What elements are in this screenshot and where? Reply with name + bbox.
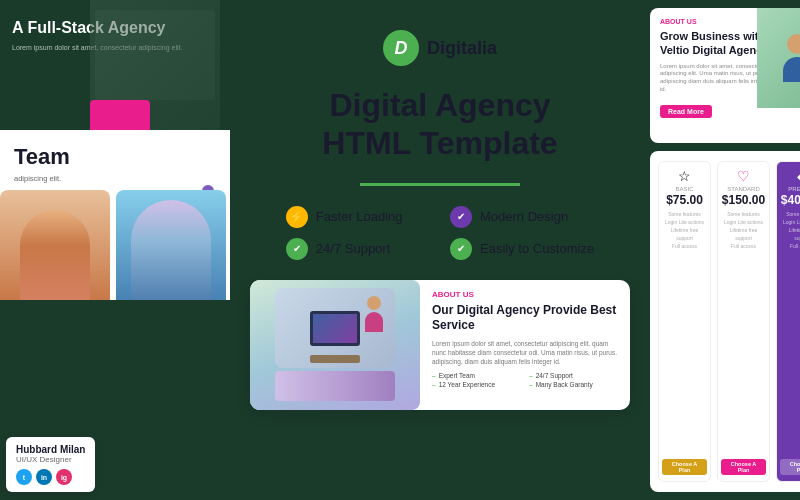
pricing-plans: ☆ Basic $75.00 Some featuresLogin Lite a… bbox=[658, 161, 800, 482]
about-features-list: Expert Team 24/7 Support 12 Year Experie… bbox=[432, 372, 618, 388]
center-column: D Digitalia Digital Agency HTML Template… bbox=[230, 0, 650, 500]
person-detail-card: Hubbard Milan UI/UX Designer t in ig bbox=[6, 437, 95, 492]
hero-title-line2: HTML Template bbox=[322, 124, 557, 162]
team-photos bbox=[0, 190, 226, 300]
plan-standard-type: Standard bbox=[727, 186, 760, 192]
about-card-content: About Us Our Digital Agency Provide Best… bbox=[420, 280, 630, 410]
plan-basic-price: $75.00 bbox=[666, 193, 703, 207]
twitter-icon[interactable]: t bbox=[16, 469, 32, 485]
main-container: A Full-Stack Agency Lorem ipsum dolor si… bbox=[0, 0, 800, 500]
plan-premium-price: $400.00 bbox=[781, 193, 800, 207]
about-card: About Us Our Digital Agency Provide Best… bbox=[250, 280, 630, 410]
plan-standard-price: $150.00 bbox=[722, 193, 765, 207]
person-role: UI/UX Designer bbox=[16, 455, 85, 464]
logo-text: Digitalia bbox=[427, 38, 497, 59]
team-text: adipiscing elit. bbox=[14, 174, 216, 183]
feature-customize: ✔ Easily to Customize bbox=[450, 238, 594, 260]
feature-support: ✔ 24/7 Support bbox=[286, 238, 430, 260]
linkedin-icon[interactable]: in bbox=[36, 469, 52, 485]
plan-standard-icon: ♡ bbox=[737, 168, 750, 184]
plan-standard-cta[interactable]: Choose A Plan bbox=[721, 459, 766, 475]
right-column: About Us Grow Business with Veltio Digit… bbox=[650, 0, 800, 500]
faster-loading-label: Faster Loading bbox=[316, 209, 403, 224]
team-photo-1 bbox=[0, 190, 110, 300]
feature-modern-design: ✔ Modern Design bbox=[450, 206, 594, 228]
plan-standard-features: Some featuresLogin Lite actionsLifetime … bbox=[721, 210, 766, 250]
about-label: About Us bbox=[432, 290, 618, 299]
modern-design-icon: ✔ bbox=[450, 206, 472, 228]
hero-title: Digital Agency HTML Template bbox=[322, 86, 557, 163]
grow-card: About Us Grow Business with Veltio Digit… bbox=[650, 8, 800, 143]
fullstack-card: A Full-Stack Agency Lorem ipsum dolor si… bbox=[0, 0, 220, 130]
about-title: Our Digital Agency Provide Best Service bbox=[432, 303, 618, 334]
plan-premium-cta[interactable]: Choose A Plan bbox=[780, 459, 800, 475]
team-card: Team adipiscing elit. bbox=[0, 130, 230, 300]
customize-icon: ✔ bbox=[450, 238, 472, 260]
grow-title: Grow Business with Veltio Digital Agency bbox=[660, 29, 770, 58]
plan-premium-type: Premium bbox=[788, 186, 800, 192]
title-underline-decoration bbox=[360, 183, 520, 186]
about-feat-2: 24/7 Support bbox=[529, 372, 618, 379]
logo-wrapper: D Digitalia bbox=[383, 30, 497, 66]
about-feat-4: Many Back Garanty bbox=[529, 381, 618, 388]
left-column: A Full-Stack Agency Lorem ipsum dolor si… bbox=[0, 0, 230, 500]
about-text: Lorem ipsum dolor sit amet, consectetur … bbox=[432, 339, 618, 366]
about-feat-1: Expert Team bbox=[432, 372, 521, 379]
person-name: Hubbard Milan bbox=[16, 444, 85, 455]
hero-title-line1: Digital Agency bbox=[322, 86, 557, 124]
plan-basic-icon: ☆ bbox=[678, 168, 691, 184]
plan-premium: ◆ Premium $400.00 Some featuresLogin Lit… bbox=[776, 161, 800, 482]
plan-basic-type: Basic bbox=[675, 186, 693, 192]
plan-basic: ☆ Basic $75.00 Some featuresLogin Lite a… bbox=[658, 161, 711, 482]
customize-label: Easily to Customize bbox=[480, 241, 594, 256]
logo-icon: D bbox=[383, 30, 419, 66]
plan-premium-features: Some featuresLogin Lite actionsLifetime … bbox=[780, 210, 800, 250]
instagram-icon[interactable]: ig bbox=[56, 469, 72, 485]
about-feat-3: 12 Year Experience bbox=[432, 381, 521, 388]
plan-basic-features: Some featuresLogin Lite actionsLifetime … bbox=[662, 210, 707, 250]
social-icons-group: t in ig bbox=[16, 469, 85, 485]
feature-faster-loading: ⚡ Faster Loading bbox=[286, 206, 430, 228]
modern-design-label: Modern Design bbox=[480, 209, 568, 224]
features-grid: ⚡ Faster Loading ✔ Modern Design ✔ 24/7 … bbox=[286, 206, 594, 260]
team-title: Team bbox=[14, 144, 216, 170]
team-photo-2 bbox=[116, 190, 226, 300]
support-icon: ✔ bbox=[286, 238, 308, 260]
about-img-inner bbox=[250, 280, 420, 410]
pink-accent-bar bbox=[90, 100, 150, 130]
plan-basic-cta[interactable]: Choose A Plan bbox=[662, 459, 707, 475]
pricing-card: ☆ Basic $75.00 Some featuresLogin Lite a… bbox=[650, 151, 800, 492]
faster-loading-icon: ⚡ bbox=[286, 206, 308, 228]
read-more-button[interactable]: Read More bbox=[660, 105, 712, 118]
support-label: 24/7 Support bbox=[316, 241, 390, 256]
about-card-image bbox=[250, 280, 420, 410]
plan-standard: ♡ Standard $150.00 Some featuresLogin Li… bbox=[717, 161, 770, 482]
